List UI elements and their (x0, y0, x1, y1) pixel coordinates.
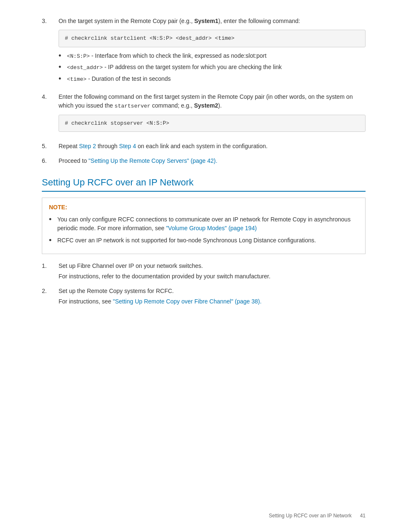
step-6-text-before: Proceed to (59, 157, 89, 164)
step-4-number: 4. (42, 93, 59, 136)
note-box: NOTE: • You can only configure RCFC conn… (42, 198, 366, 254)
footer-page: 41 (360, 512, 366, 519)
note-dot-2: • (49, 236, 57, 245)
step-5-text-between: through (96, 143, 119, 149)
section-step-2-sub: For instructions, see "Setting Up Remote… (59, 297, 366, 306)
step-4-bold: System2 (194, 102, 218, 109)
step-3-code: # checkrclink startclient <N:S:P> <dest_… (59, 30, 366, 47)
note-bullet-1-link[interactable]: "Volume Group Modes" (page 194) (166, 225, 257, 231)
section-title: Setting Up RCFC over an IP Network (42, 175, 366, 192)
step-3-number: 3. (42, 17, 59, 87)
step-4-text-end: ). (218, 102, 222, 109)
section-step-2-link[interactable]: "Setting Up Remote Copy over Fibre Chann… (113, 298, 261, 305)
section-step-1-main: Set up Fibre Channel over IP on your net… (59, 262, 366, 270)
step-4-text-after-code: command; e.g., (151, 102, 194, 109)
section-step-2-number: 2. (42, 287, 59, 306)
page: 3. On the target system in the Remote Co… (0, 0, 399, 532)
step-6: 6. Proceed to "Setting Up the Remote Cop… (42, 157, 366, 165)
section-step-1-sub: For instructions, refer to the documenta… (59, 272, 366, 281)
bullet-2-text: <dest_addr> - IP address on the target s… (67, 63, 282, 72)
step-3: 3. On the target system in the Remote Co… (42, 17, 366, 87)
step-3-bold: System1 (194, 18, 218, 24)
bullet-2-desc: - IP address on the target system for wh… (103, 64, 282, 70)
bullet-3-text: <time> - Duration of the test in seconds (67, 75, 171, 84)
section-step-1-number: 1. (42, 262, 59, 281)
step-4-code: # checkrclink stopserver <N:S:P> (59, 115, 366, 132)
step-5: 5. Repeat Step 2 through Step 4 on each … (42, 142, 366, 151)
bullet-1: • <N:S:P> - Interface from which to chec… (59, 51, 366, 61)
bullet-1-code: <N:S:P> (67, 53, 90, 59)
bullet-3-code: <time> (67, 76, 87, 82)
bullet-3-desc: - Duration of the test in seconds (87, 75, 171, 82)
step-3-text-after: ), enter the following command: (218, 18, 300, 24)
bullet-3: • <time> - Duration of the test in secon… (59, 75, 366, 84)
note-bullet-1-text: You can only configure RCFC connections … (57, 215, 358, 233)
note-bullet-list: • You can only configure RCFC connection… (49, 215, 358, 245)
bullet-2: • <dest_addr> - IP address on the target… (59, 63, 366, 72)
step-5-text-before: Repeat (59, 143, 79, 149)
section-step-2: 2. Set up the Remote Copy systems for RC… (42, 287, 366, 306)
section-step-1-content: Set up Fibre Channel over IP on your net… (59, 262, 366, 281)
step-4-code-inline: startserver (115, 103, 151, 109)
step-5-text-after: on each link and each system in the conf… (136, 143, 267, 149)
footer: Setting Up RCFC over an IP Network 41 (269, 512, 366, 519)
step-3-content: On the target system in the Remote Copy … (59, 17, 366, 87)
section-step-2-sub-before: For instructions, see (59, 298, 113, 305)
note-bullet-1: • You can only configure RCFC connection… (49, 215, 358, 233)
note-label: NOTE: (49, 203, 358, 212)
footer-label: Setting Up RCFC over an IP Network (269, 512, 352, 519)
step-6-content: Proceed to "Setting Up the Remote Copy S… (59, 157, 366, 165)
bullet-dot-2: • (59, 63, 67, 72)
bullet-2-code: <dest_addr> (67, 64, 103, 71)
step-5-content: Repeat Step 2 through Step 4 on each lin… (59, 142, 366, 151)
bullet-dot-3: • (59, 75, 67, 84)
step5-link1[interactable]: Step 2 (79, 143, 96, 149)
note-dot-1: • (49, 215, 57, 224)
bullet-1-desc: - Interface from which to check the link… (90, 52, 267, 59)
note-bullet-2: • RCFC over an IP network is not support… (49, 236, 358, 245)
step-4-content: Enter the following command on the first… (59, 93, 366, 136)
bullet-1-text: <N:S:P> - Interface from which to check … (67, 51, 266, 61)
step-3-bullet-list: • <N:S:P> - Interface from which to chec… (59, 51, 366, 84)
section-step-2-main: Set up the Remote Copy systems for RCFC. (59, 287, 366, 296)
step-6-number: 6. (42, 157, 59, 165)
step6-link[interactable]: "Setting Up the Remote Copy Servers" (pa… (89, 157, 217, 164)
section-step-2-content: Set up the Remote Copy systems for RCFC.… (59, 287, 366, 306)
step-4: 4. Enter the following command on the fi… (42, 93, 366, 136)
section-step-1: 1. Set up Fibre Channel over IP on your … (42, 262, 366, 281)
bullet-dot-1: • (59, 51, 67, 61)
step5-link2[interactable]: Step 4 (119, 143, 136, 149)
note-bullet-2-text: RCFC over an IP network is not supported… (57, 236, 316, 245)
step-5-number: 5. (42, 142, 59, 151)
step-3-text-before: On the target system in the Remote Copy … (59, 18, 194, 24)
